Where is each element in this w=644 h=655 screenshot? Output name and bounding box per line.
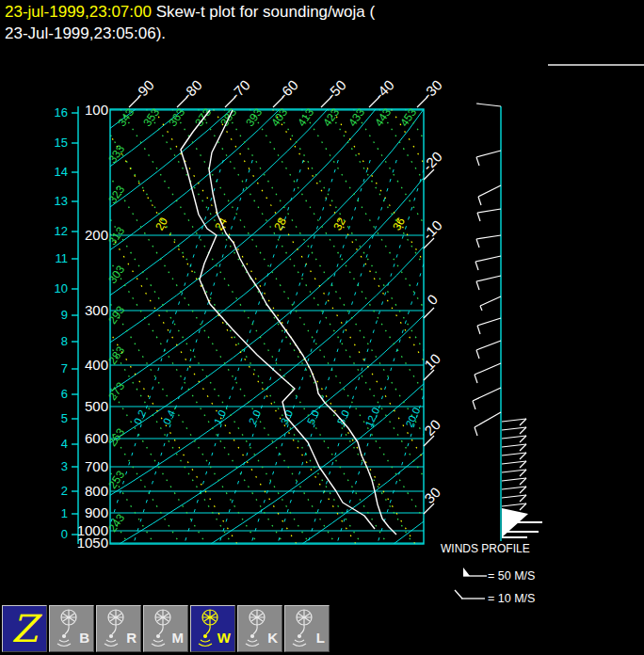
- wind-barb: [475, 256, 501, 262]
- height-tick-label: 2: [61, 484, 68, 498]
- wind-profile: [473, 104, 542, 541]
- isotherm-line: [28, 109, 520, 544]
- wind-barb: [475, 412, 501, 427]
- isotherm-line: [302, 109, 644, 544]
- toolbar-button-b[interactable]: B: [49, 605, 94, 652]
- height-tick-label: 6: [61, 387, 68, 401]
- height-tick-label: 13: [55, 194, 68, 208]
- isotherm-line: [0, 109, 328, 544]
- toolbar-button-m[interactable]: M: [143, 605, 188, 652]
- moist-adiabat-line: [36, 109, 297, 544]
- toolbar-button-w[interactable]: W: [190, 605, 235, 652]
- wind-barb-feather: [475, 427, 477, 436]
- height-tick-label: 8: [61, 334, 68, 348]
- height-tick-label: 16: [55, 105, 68, 120]
- balloon-icon-shape: [246, 610, 265, 647]
- toolbar-button-k[interactable]: K: [237, 605, 282, 652]
- wind-barb: [502, 478, 526, 481]
- temperature-trace: [209, 110, 396, 535]
- z-logo-icon: Z: [3, 606, 46, 651]
- moist-adiabat-line: [214, 109, 475, 544]
- wind-barb-feather: [480, 306, 482, 311]
- wind-barb-feather: [476, 281, 479, 290]
- mixing-ratio-label: 8.0: [335, 408, 351, 426]
- right-temp-label: 0: [424, 291, 441, 308]
- wind-barb-feather: [475, 262, 478, 270]
- right-temp-label: 20: [421, 416, 443, 439]
- dry-adiabat-line: [354, 109, 620, 544]
- balloon-icon-shape: [105, 610, 123, 647]
- dry-adiabat-line: [147, 109, 413, 544]
- wind-barb: [502, 419, 526, 422]
- toolbar-button-z[interactable]: Z: [2, 605, 47, 652]
- balloon-icon-shape: [199, 610, 217, 647]
- wind-barb: [502, 453, 526, 455]
- wind-barb: [476, 276, 501, 281]
- wind-barb: [476, 235, 501, 239]
- height-tick-label: 7: [61, 361, 68, 375]
- wind-barb-feather: [476, 350, 479, 359]
- dry-adiabat-line: [250, 109, 517, 544]
- toolbar-button-r[interactable]: R: [96, 605, 141, 652]
- wind-barb: [476, 104, 501, 106]
- wind-barb: [502, 461, 526, 464]
- isotherm-line: [0, 109, 40, 544]
- wind-barb-feather: [475, 375, 477, 383]
- toolbar-button-label: K: [267, 630, 278, 646]
- dry-adiabat-left-label: 253: [105, 468, 127, 491]
- moist-adiabat-line: [451, 109, 644, 544]
- wind-barb: [477, 318, 501, 326]
- wind-barb: [502, 487, 526, 489]
- dry-adiabat-line: [43, 109, 310, 544]
- top-temp-label: -70: [227, 76, 252, 102]
- isotherm-line: [0, 109, 88, 544]
- wind-legend: = 50 M/S = 10 M/S = 5 M/S: [455, 567, 535, 604]
- dry-adiabat-line: [328, 109, 594, 544]
- height-tick-label: 0: [61, 527, 68, 541]
- grid-lines: [0, 109, 644, 544]
- height-tick-label: 11: [56, 251, 69, 265]
- dry-adiabat-line: [121, 109, 387, 544]
- wind-barb: [476, 341, 501, 350]
- wind-barb: [477, 209, 501, 213]
- height-tick-label: 9: [61, 308, 68, 322]
- toolbar: ZBRMWKL: [2, 605, 330, 652]
- isotherm-line: [0, 109, 472, 544]
- pressure-label: 800: [85, 483, 108, 499]
- legend-10ms: = 10 M/S: [488, 592, 535, 604]
- dry-adiabat-line: [0, 109, 206, 544]
- mixing-ratio-label: 12.0: [362, 406, 381, 428]
- dry-adiabat-left-label: 283: [105, 343, 127, 367]
- legend-50ms: = 50 M/S: [488, 569, 535, 583]
- dry-adiabat-line: [224, 109, 491, 544]
- isotherm-line: [211, 109, 616, 544]
- mixing-ratio-label: 5.0: [305, 408, 321, 426]
- top-temp-label: -50: [323, 76, 348, 102]
- toolbar-button-label: W: [217, 630, 231, 646]
- height-tick-label: 12: [55, 224, 68, 238]
- top-temp-label: -40: [371, 76, 396, 102]
- pressure-label: 600: [85, 430, 108, 446]
- height-tick-label: 3: [61, 459, 68, 473]
- dry-adiabat-left-label: 333: [105, 142, 127, 166]
- toolbar-button-l[interactable]: L: [284, 605, 330, 652]
- wind-barb: [502, 444, 526, 447]
- skewt-plot: 0123456789101112131415161002003004005006…: [0, 0, 644, 604]
- toolbar-button-label: R: [126, 630, 137, 646]
- top-temp-label: -60: [275, 76, 300, 102]
- pressure-label: 300: [85, 302, 108, 318]
- moist-adiabat-label: 32: [330, 215, 348, 232]
- app-window: { "title": { "timestamp": "23-jul-1999,2…: [0, 0, 644, 655]
- plot-border: [110, 109, 424, 544]
- wind-barb: [478, 185, 501, 197]
- wind-barb: [502, 436, 526, 439]
- moist-adiabat-line: [154, 109, 415, 544]
- pressure-label: 700: [85, 458, 108, 474]
- wind-barb: [502, 495, 526, 498]
- wind-barb-feather: [478, 197, 481, 205]
- wind-barb: [502, 470, 526, 472]
- toolbar-button-label: B: [79, 630, 89, 646]
- mixing-ratio-label: 1.0: [212, 408, 228, 426]
- dry-adiabat-left-label: 303: [105, 263, 127, 286]
- dry-adiabat-line: [172, 109, 439, 544]
